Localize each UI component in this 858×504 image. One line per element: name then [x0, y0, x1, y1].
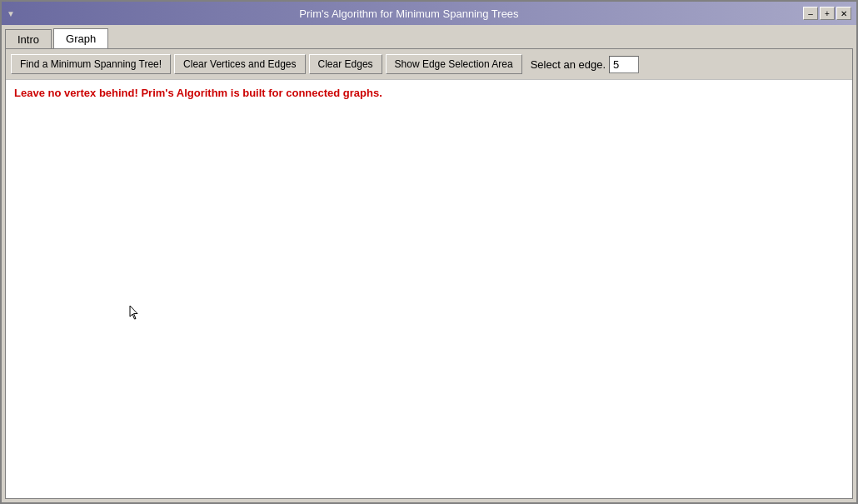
show-selection-area-button[interactable]: Show Edge Selection Area	[386, 54, 522, 74]
graph-canvas[interactable]: Leave no vertex behind! Prim's Algorithm…	[6, 80, 852, 498]
tab-graph[interactable]: Graph	[53, 28, 108, 48]
main-window: ▼ Prim's Algorithm for Minimum Spanning …	[0, 0, 858, 504]
find-mst-button[interactable]: Find a Minimum Spanning Tree!	[11, 54, 171, 74]
minimize-button[interactable]: –	[803, 7, 818, 20]
close-button[interactable]: ✕	[836, 7, 851, 20]
tab-intro[interactable]: Intro	[5, 29, 52, 49]
maximize-button[interactable]: +	[820, 7, 835, 20]
toolbar: Find a Minimum Spanning Tree! Clear Vert…	[6, 49, 852, 80]
tab-bar: Intro Graph	[5, 28, 853, 48]
cursor-icon	[129, 305, 139, 320]
clear-edges-button[interactable]: Clear Edges	[309, 54, 382, 74]
clear-vertices-edges-button[interactable]: Clear Vertices and Edges	[174, 54, 305, 74]
title-bar-left: ▼	[7, 9, 15, 18]
warning-message: Leave no vertex behind! Prim's Algorithm…	[6, 80, 852, 106]
title-bar: ▼ Prim's Algorithm for Minimum Spanning …	[2, 2, 856, 25]
select-edge-label: Select an edge.	[531, 58, 606, 71]
title-bar-buttons: – + ✕	[803, 7, 851, 20]
select-edge-input[interactable]	[609, 56, 639, 73]
window-title: Prim's Algorithm for Minimum Spanning Tr…	[15, 7, 803, 20]
content-area: Find a Minimum Spanning Tree! Clear Vert…	[5, 48, 853, 499]
chevron-icon: ▼	[7, 9, 15, 18]
window-body: Intro Graph Find a Minimum Spanning Tree…	[2, 25, 856, 502]
